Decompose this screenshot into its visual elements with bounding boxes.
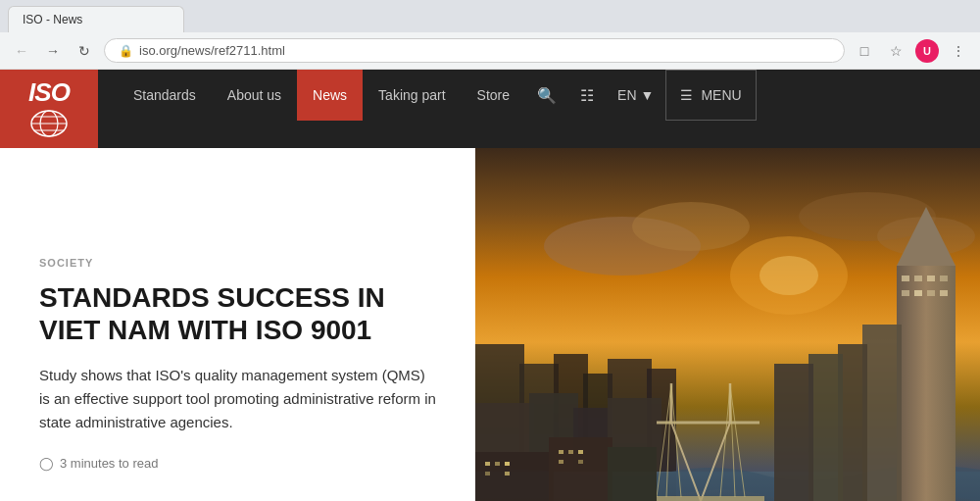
svg-rect-56 bbox=[559, 460, 564, 464]
nav-store[interactable]: Store bbox=[462, 70, 525, 121]
iso-logo[interactable]: ISO bbox=[0, 70, 98, 148]
forward-button[interactable]: → bbox=[41, 39, 65, 63]
browser-toolbar-right: □ ☆ U ⋮ bbox=[853, 39, 970, 63]
browser-chrome: ISO - News ← → ↻ 🔒 iso.org/news/ref2711.… bbox=[0, 0, 980, 70]
svg-rect-33 bbox=[914, 276, 922, 281]
nav-news[interactable]: News bbox=[297, 70, 363, 121]
bookmark-button[interactable]: ☆ bbox=[884, 39, 907, 63]
svg-rect-34 bbox=[927, 276, 935, 281]
svg-rect-46 bbox=[549, 437, 612, 501]
svg-rect-37 bbox=[914, 290, 922, 296]
svg-rect-52 bbox=[505, 472, 510, 476]
svg-point-9 bbox=[632, 202, 750, 251]
clock-icon: ◯ bbox=[39, 456, 54, 471]
svg-rect-36 bbox=[902, 290, 909, 296]
active-tab[interactable]: ISO - News bbox=[8, 6, 184, 32]
article-panel: SOCIETY STANDARDS SUCCESS IN VIET NAM WI… bbox=[0, 148, 475, 501]
svg-rect-41 bbox=[862, 325, 902, 501]
svg-rect-51 bbox=[485, 472, 490, 476]
user-avatar[interactable]: U bbox=[915, 39, 939, 63]
chevron-down-icon: ▼ bbox=[641, 87, 655, 103]
svg-rect-54 bbox=[568, 450, 573, 454]
url-text: iso.org/news/ref2711.html bbox=[139, 43, 285, 58]
article-category: SOCIETY bbox=[39, 257, 436, 269]
reload-button[interactable]: ↻ bbox=[73, 39, 96, 63]
svg-rect-38 bbox=[927, 290, 935, 296]
more-button[interactable]: ⋮ bbox=[947, 39, 970, 63]
nav-standards[interactable]: Standards bbox=[118, 70, 212, 121]
svg-rect-44 bbox=[774, 364, 813, 501]
svg-rect-35 bbox=[940, 276, 948, 281]
svg-rect-49 bbox=[495, 462, 500, 466]
svg-rect-55 bbox=[578, 450, 583, 454]
main-nav: Standards About us News Taking part Stor… bbox=[98, 70, 776, 121]
address-bar[interactable]: 🔒 iso.org/news/ref2711.html bbox=[104, 38, 845, 63]
back-button[interactable]: ← bbox=[10, 39, 33, 63]
read-time-text: 3 minutes to read bbox=[60, 456, 158, 471]
svg-rect-47 bbox=[608, 447, 657, 501]
svg-point-7 bbox=[760, 256, 818, 295]
hamburger-icon: ☰ bbox=[680, 87, 693, 103]
svg-rect-24 bbox=[657, 496, 764, 501]
svg-rect-45 bbox=[475, 452, 554, 501]
language-selector[interactable]: EN ▼ bbox=[606, 70, 665, 121]
cityscape-svg bbox=[475, 148, 980, 501]
iso-website: ISO Standards About us News Taking part … bbox=[0, 70, 980, 501]
search-icon[interactable]: 🔍 bbox=[525, 70, 568, 121]
svg-rect-43 bbox=[808, 354, 843, 501]
nav-about[interactable]: About us bbox=[212, 70, 297, 121]
main-content: SOCIETY STANDARDS SUCCESS IN VIET NAM WI… bbox=[0, 148, 980, 501]
svg-rect-48 bbox=[485, 462, 490, 466]
header-row: ISO Standards About us News Taking part … bbox=[0, 70, 980, 148]
read-time: ◯ 3 minutes to read bbox=[39, 456, 436, 471]
svg-rect-50 bbox=[505, 462, 510, 466]
svg-rect-39 bbox=[940, 290, 948, 296]
menu-button[interactable]: ☰ MENU bbox=[665, 70, 756, 121]
svg-rect-31 bbox=[897, 266, 956, 501]
cart-icon[interactable]: ☷ bbox=[568, 70, 606, 121]
lock-icon: 🔒 bbox=[119, 44, 133, 58]
browser-tabs: ISO - News bbox=[0, 0, 980, 32]
logo-text: ISO bbox=[28, 79, 70, 105]
hero-image bbox=[475, 148, 980, 501]
nav-taking-part[interactable]: Taking part bbox=[363, 70, 461, 121]
article-title: STANDARDS SUCCESS IN VIET NAM WITH ISO 9… bbox=[39, 282, 436, 345]
svg-rect-57 bbox=[578, 460, 583, 464]
article-summary: Study shows that ISO's quality managemen… bbox=[39, 364, 436, 434]
svg-rect-32 bbox=[902, 276, 909, 281]
cast-button[interactable]: □ bbox=[853, 39, 876, 63]
globe-icon bbox=[29, 109, 69, 138]
svg-rect-53 bbox=[559, 450, 564, 454]
browser-toolbar: ← → ↻ 🔒 iso.org/news/ref2711.html □ ☆ U … bbox=[0, 32, 980, 69]
